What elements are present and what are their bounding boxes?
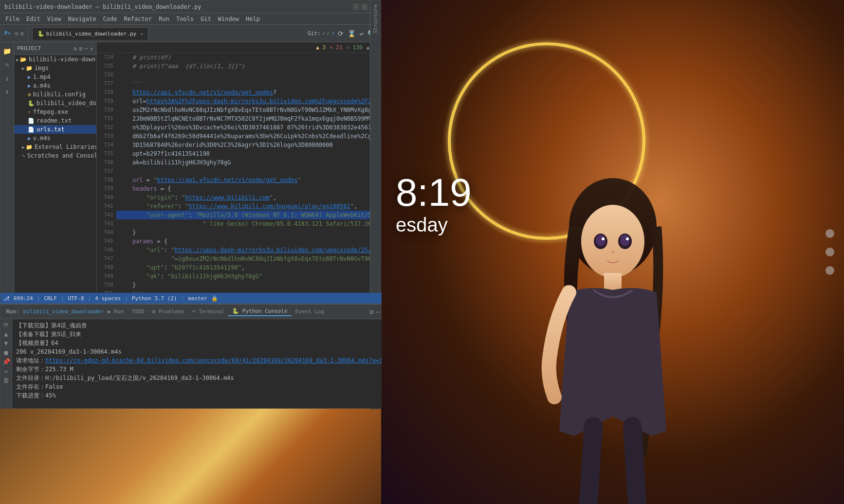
run-name: bilibili_video_downloader [23, 308, 104, 315]
status-bar: ⎇ 699:24 | CRLF | UTF-8 | 4 spaces | Pyt… [0, 293, 382, 304]
ln-736: 736 [97, 158, 116, 167]
console-content: 【下载完版】第4话_魂凶兽 【准备下载】第5话_归来 【视频质量】64 206 … [12, 319, 382, 408]
console-up-icon[interactable]: ▲ [4, 330, 8, 338]
activity-pull-icon[interactable]: ⬇ [1, 86, 13, 98]
console-reload-icon[interactable]: ⟳ [3, 321, 9, 328]
git-check-2: ✓ [327, 30, 330, 36]
menu-navigate[interactable]: Navigate [65, 15, 99, 23]
bottom-tab-event[interactable]: Event Log [292, 307, 329, 316]
ln-747: 747 [97, 254, 116, 263]
bottom-tab-run[interactable]: ▶ Run [104, 307, 128, 316]
svg-point-5 [596, 234, 605, 246]
menu-view[interactable]: View [44, 15, 64, 23]
tree-item-am4s[interactable]: ▶ a.m4s [14, 81, 96, 90]
activity-commit-icon[interactable]: ✎ [1, 59, 13, 71]
toolbar-run-icon[interactable]: ⟳ [337, 29, 345, 38]
code-739: headers = { [116, 184, 372, 193]
code-740: "origin": "https://www.bilibili.com", [116, 193, 372, 202]
minimize-button[interactable]: − [352, 3, 359, 10]
bottom-tab-terminal[interactable]: ⌨ Terminal [188, 307, 228, 316]
bottom-minimize-icon[interactable]: − [376, 308, 380, 316]
ln-726: 726 [97, 71, 116, 79]
maximize-button[interactable]: □ [361, 3, 368, 10]
ln-740: 740 [97, 193, 116, 202]
scroll-up[interactable]: ▲ [367, 44, 370, 51]
code-750: } [116, 281, 372, 289]
tree-item-ffmpeg[interactable]: ⚡ ffmpeg.exe [14, 108, 96, 116]
bottom-tab-python[interactable]: 🐍 Python Console [228, 307, 291, 316]
toolbar-icon-2[interactable]: ⚙ [20, 30, 23, 37]
toolbar-icon-1[interactable]: ≡ [15, 30, 18, 37]
tree-item-scratches[interactable]: ✎ Scratches and Console [14, 151, 96, 160]
console-clear-icon[interactable]: 🗑 [3, 377, 9, 384]
toolbar-history-icon[interactable]: ⌛ [347, 29, 357, 38]
console-stop-icon[interactable]: ■ [4, 349, 8, 356]
menu-run[interactable]: Run [156, 15, 172, 23]
tree-item-1mp4[interactable]: ▶ 1.mp4 [14, 72, 96, 81]
tab-close-icon[interactable]: ✕ [140, 31, 143, 36]
tree-item-imgs[interactable]: ▶ 📁 imgs [14, 64, 96, 72]
toolbar-separator [28, 29, 28, 38]
menu-git[interactable]: Git [198, 15, 214, 23]
menu-file[interactable]: File [2, 15, 22, 23]
menu-edit[interactable]: Edit [23, 15, 43, 23]
bottom-tab-todo[interactable]: TODO [128, 307, 148, 316]
menu-code[interactable]: Code [100, 15, 120, 23]
exe-name: ffmpeg.exe [33, 108, 68, 115]
tree-item-py[interactable]: 🐍 bilibili_video_downlo... [14, 99, 96, 108]
status-git[interactable]: ⎇ [3, 295, 10, 302]
code-725: # print(f"aaa {df.iloc[1, 3]}") [116, 62, 372, 71]
console-link-url[interactable]: https://cn-gdgz-gd-bcache-04.bilivideo.c… [45, 357, 382, 364]
code-726 [116, 71, 372, 79]
toolbar-project: P▾ [4, 30, 11, 36]
code-746: "url": "https://upos-dash-mirrorks3u.bil… [116, 246, 372, 254]
tree-item-vm4s[interactable]: ▶ v.m4s [14, 134, 96, 143]
activity-project-icon[interactable]: 📁 [1, 45, 13, 57]
bottom-settings-icon[interactable]: ⚙ [369, 308, 373, 316]
wallpaper-area: 8:19 esday [381, 0, 844, 504]
urls-name: urls.txt [37, 126, 65, 133]
ext-arrow: ▶ [22, 144, 25, 150]
code-735: upt=b297f1c41613541190 [116, 149, 372, 158]
imgs-folder-name: imgs [35, 65, 49, 72]
toolbar: P▾ ≡ ⚙ 🐍 bilibili_video_downloader.py ✕ … [0, 25, 381, 42]
code-734: 3D15687840%26orderid%3D0%2C3%26agrr%3D1%… [116, 141, 372, 149]
status-branch: master [188, 295, 207, 302]
menu-tools[interactable]: Tools [173, 15, 197, 23]
panel-icon-expand[interactable]: ⊞ [79, 45, 82, 52]
ln-749: 749 [97, 272, 116, 281]
tree-item-config[interactable]: ⚙ bilibili.config [14, 90, 96, 99]
panel-icon-gear[interactable]: ⚙ [73, 45, 77, 52]
scratches-name: Scratches and Console [27, 152, 97, 159]
code-744: } [116, 228, 372, 237]
console-down-icon[interactable]: ▼ [4, 340, 8, 347]
ln-744: 744 [97, 228, 116, 237]
panel-icon-settings[interactable]: ⋯ [85, 45, 88, 52]
console-pin-icon[interactable]: 📌 [2, 358, 10, 365]
console-body: ⟳ ▲ ▼ ■ 📌 ↵ 🗑 【下载完版】第4话_魂凶兽 【准备下载】第5话_归来… [0, 319, 382, 408]
bottom-tab-problems[interactable]: ⊠ Problems [148, 307, 188, 316]
tab-file-icon: 🐍 [37, 31, 44, 37]
tree-item-urls[interactable]: 📄 urls.txt [14, 125, 96, 134]
ln-741: 741 [97, 202, 116, 211]
status-sep-5: | [181, 295, 184, 302]
console-wrap-icon[interactable]: ↵ [4, 367, 8, 375]
ln-724: 724 [97, 53, 116, 62]
menu-refactor[interactable]: Refactor [121, 15, 155, 23]
panel-icon-close[interactable]: ✕ [90, 45, 93, 52]
wallpaper-clock: 8:19 [396, 170, 472, 215]
ln-737: 737 [97, 167, 116, 176]
ln-731: 731 [97, 114, 116, 123]
tree-item-readme[interactable]: 📄 readme.txt [14, 116, 96, 125]
toolbar-undo-icon[interactable]: ↩ [359, 29, 365, 38]
panel-header: Project ⚙ ⊞ ⋯ ✕ [14, 42, 96, 55]
menu-window[interactable]: Window [215, 15, 242, 23]
code-733: d6b2fb6af4f6269c50d94441e%26uparams%3De%… [116, 132, 372, 141]
tree-root[interactable]: ▶ 📂 bilibili-video-downlo... [14, 55, 96, 64]
activity-requests-icon[interactable]: ↕ [1, 72, 13, 84]
menu-help[interactable]: Help [243, 15, 263, 23]
toolbar-file-tab-active[interactable]: 🐍 bilibili_video_downloader.py ✕ [32, 27, 148, 40]
tree-item-ext-libs[interactable]: ▶ 📁 External Libraries [14, 143, 96, 151]
readme-icon: 📄 [28, 118, 35, 124]
wallpaper-day: esday [396, 214, 448, 236]
